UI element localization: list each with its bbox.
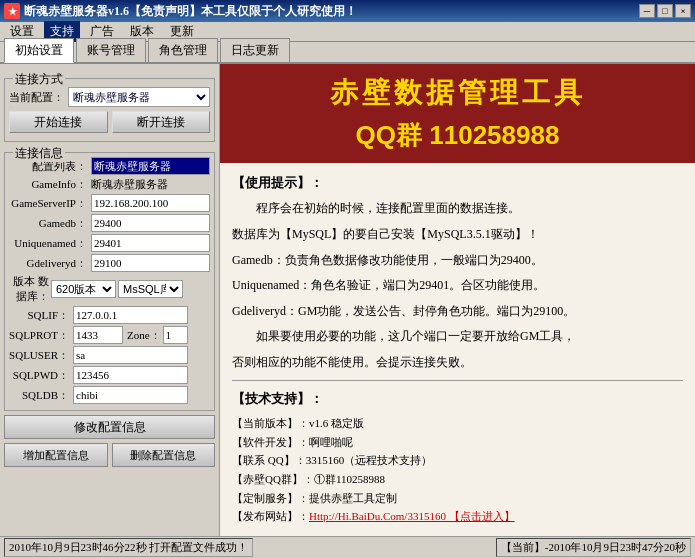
tech-dev-value: 啊哩啪呢 [309,433,353,452]
current-config-label: 当前配置： [9,90,64,105]
header-title: 赤壁数据管理工具 [230,74,685,112]
sqluser-input[interactable] [73,346,188,364]
usage-text1: 程序会在初始的时候，连接配置里面的数据连接。 [232,198,683,220]
usage-text6: 如果要使用必要的功能，这几个端口一定要开放给GM工具， [232,326,683,348]
tech-website-value[interactable]: Http://Hi.BaiDu.Com/3315160 【点击进入】 [309,507,515,526]
gameinfo-row: GameInfo： 断魂赤壁服务器 [9,177,210,192]
sqldb-input[interactable] [73,386,188,404]
tech-dev-label: 【软件开发】： [232,433,309,452]
version-select[interactable]: 620版本 [51,280,116,298]
status-bar: 2010年10月9日23时46分22秒 打开配置文件成功！ 【当前】-2010年… [0,536,695,558]
gameserverip-row: GameServerIP： [9,194,210,212]
gdeliveryd-value [91,254,210,272]
tech-qq-label: 【联系 QQ】： [232,451,306,470]
right-header: 赤壁数据管理工具 QQ群 110258988 [220,64,695,163]
sqlpwd-row: SQLPWD： [9,366,210,384]
gamedb-input[interactable] [91,214,210,232]
tech-chibi-label: 【赤壁QQ群】： [232,470,314,489]
tech-version-row: 【当前版本】： v1.6 稳定版 [232,414,683,433]
uniquenamed-label: Uniquenamed： [9,236,87,251]
sqlif-input[interactable] [73,306,188,324]
uniquenamed-row: Uniquenamed： [9,234,210,252]
sqlpwd-label: SQLPWD： [9,368,69,383]
tech-info: 【当前版本】： v1.6 稳定版 【软件开发】： 啊哩啪呢 【联系 QQ】： 3… [232,414,683,526]
sqluser-label: SQLUSER： [9,348,69,363]
zone-label: Zone： [127,328,161,343]
info-section-title: 连接信息 [13,145,65,162]
sqldb-label: SQLDB： [9,388,69,403]
tech-website-row: 【发布网站】： Http://Hi.BaiDu.Com/3315160 【点击进… [232,507,683,526]
left-panel: 连接方式 当前配置： 断魂赤壁服务器 开始连接 断开连接 连接信息 配置列表： [0,64,220,536]
disconnect-button[interactable]: 断开连接 [112,111,211,133]
tech-chibi-row: 【赤壁QQ群】： ①群110258988 [232,470,683,489]
gamedb-label: Gamedb： [9,216,87,231]
gameinfo-label: GameInfo： [9,177,87,192]
db-type-select[interactable]: MsSQL库 [118,280,183,298]
gameserverip-input[interactable] [91,194,210,212]
sqluser-row: SQLUSER： [9,346,210,364]
sqlif-label: SQLIF： [9,308,69,323]
uniquenamed-value [91,234,210,252]
sqldb-row: SQLDB： [9,386,210,404]
window-controls: ─ □ × [639,4,691,18]
tech-custom-row: 【定制服务】： 提供赤壁工具定制 [232,489,683,508]
maximize-button[interactable]: □ [657,4,673,18]
uniquenamed-input[interactable] [91,234,210,252]
connect-btn-row: 开始连接 断开连接 [9,111,210,133]
close-button[interactable]: × [675,4,691,18]
connection-info-group: 连接信息 配置列表： GameInfo： 断魂赤壁服务器 GameServerI… [4,152,215,411]
right-body: 【使用提示】： 程序会在初始的时候，连接配置里面的数据连接。 数据库为【MySQ… [220,163,695,534]
connect-section-title: 连接方式 [13,71,65,88]
gamedb-value [91,214,210,232]
add-config-button[interactable]: 增加配置信息 [4,443,108,467]
config-list-value [91,157,210,175]
tech-website-label: 【发布网站】： [232,507,309,526]
sqlprot-label: SQLPROT： [9,328,69,343]
tab-log-update[interactable]: 日志更新 [220,38,290,62]
title-bar: ★ 断魂赤壁服务器v1.6【免责声明】本工具仅限于个人研究使用！ ─ □ × [0,0,695,22]
tab-initial-settings[interactable]: 初始设置 [4,38,74,63]
gameserverip-label: GameServerIP： [9,196,87,211]
app-icon: ★ [4,3,20,19]
minimize-button[interactable]: ─ [639,4,655,18]
gdeliveryd-label: Gdeliveryd： [9,256,87,271]
tech-custom-label: 【定制服务】： [232,489,309,508]
tab-account-management[interactable]: 账号管理 [76,38,146,62]
gdeliveryd-row: Gdeliveryd： [9,254,210,272]
sqlpwd-input[interactable] [73,366,188,384]
tech-version-label: 【当前版本】： [232,414,309,433]
zone-input[interactable] [163,326,188,344]
version-label: 版本 数据库： [9,274,49,304]
usage-text7: 否则相应的功能不能使用。会提示连接失败。 [232,352,683,374]
divider [232,380,683,381]
tab-bar: 初始设置 账号管理 角色管理 日志更新 [0,42,695,64]
usage-text4: Uniquenamed：角色名验证，端口为29401。合区功能使用。 [232,275,683,297]
modify-config-button[interactable]: 修改配置信息 [4,415,215,439]
current-config-select[interactable]: 断魂赤壁服务器 [68,87,210,107]
status-right: 【当前】-2010年10月9日23时47分20秒 [496,538,691,557]
gameinfo-value: 断魂赤壁服务器 [91,177,210,192]
gameinfo-text: 断魂赤壁服务器 [91,178,168,190]
tab-role-management[interactable]: 角色管理 [148,38,218,62]
connect-button[interactable]: 开始连接 [9,111,108,133]
header-qq: QQ群 110258988 [230,118,685,153]
connect-section: 连接方式 当前配置： 断魂赤壁服务器 开始连接 断开连接 [4,78,215,142]
tech-custom-value: 提供赤壁工具定制 [309,489,397,508]
tech-qq-row: 【联系 QQ】： 3315160（远程技术支持） [232,451,683,470]
tech-title: 【技术支持】： [232,387,683,410]
current-config-row: 当前配置： 断魂赤壁服务器 [9,87,210,107]
main-content: 连接方式 当前配置： 断魂赤壁服务器 开始连接 断开连接 连接信息 配置列表： [0,64,695,536]
config-action-row: 增加配置信息 删除配置信息 [4,443,215,467]
tech-dev-row: 【软件开发】： 啊哩啪呢 [232,433,683,452]
version-row: 版本 数据库： 620版本 MsSQL库 [9,274,210,304]
gdeliveryd-input[interactable] [91,254,210,272]
gameserverip-value [91,194,210,212]
usage-text3: Gamedb：负责角色数据修改功能使用，一般端口为29400。 [232,250,683,272]
tech-qq-value: 3315160（远程技术支持） [306,451,433,470]
config-list-input[interactable] [91,157,210,175]
tech-version-value: v1.6 稳定版 [309,414,364,433]
sqlprot-input[interactable] [73,326,123,344]
delete-config-button[interactable]: 删除配置信息 [112,443,216,467]
sqlprot-row: SQLPROT： Zone： [9,326,210,344]
window-title: 断魂赤壁服务器v1.6【免责声明】本工具仅限于个人研究使用！ [24,3,357,20]
